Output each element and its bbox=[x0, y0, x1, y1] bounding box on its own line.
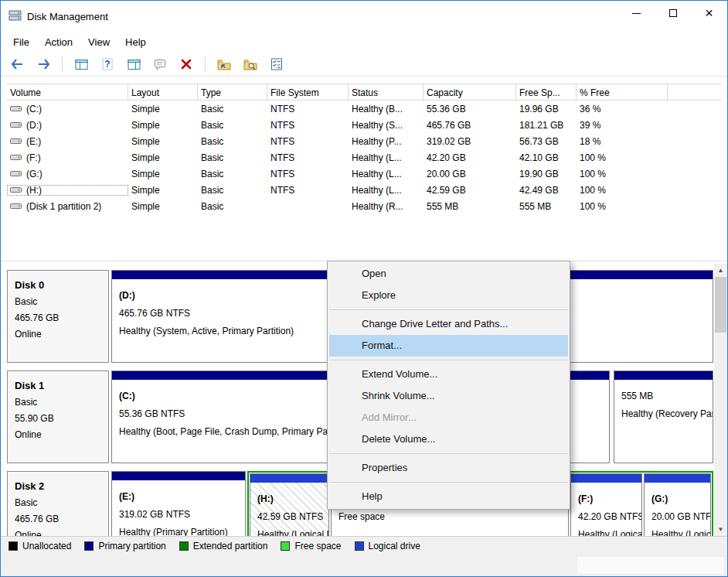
menu-item-help[interactable]: Help bbox=[328, 486, 570, 507]
scroll-down-icon[interactable]: ▼ bbox=[714, 523, 727, 536]
maximize-icon bbox=[669, 9, 677, 17]
menu-item-change-drive-letter[interactable]: Change Drive Letter and Paths... bbox=[328, 313, 570, 335]
vertical-scrollbar[interactable]: ▲ ▼ bbox=[714, 264, 727, 536]
free-space-cell: 181.21 GB bbox=[516, 120, 577, 131]
column-header-capacity[interactable]: Capacity bbox=[424, 84, 516, 100]
column-header-type[interactable]: Type bbox=[198, 84, 267, 100]
capacity-cell: 465.76 GB bbox=[424, 120, 516, 131]
percent-free-cell: 100 % bbox=[577, 185, 668, 196]
column-header-status[interactable]: Status bbox=[349, 84, 424, 100]
back-arrow-icon bbox=[11, 59, 24, 70]
percent-free-cell: 100 % bbox=[577, 169, 668, 179]
red-x-icon bbox=[181, 59, 192, 70]
menu-item-extend-volume[interactable]: Extend Volume... bbox=[328, 364, 570, 385]
disk-name: Disk 1 bbox=[15, 380, 108, 391]
volume-row-d[interactable]: (D:) Simple Basic NTFS Healthy (S... 465… bbox=[7, 117, 668, 133]
legend-label: Extended partition bbox=[193, 541, 268, 551]
disk-management-app-icon bbox=[9, 9, 22, 25]
volume-list-header: Volume Layout Type File System Status Ca… bbox=[7, 84, 722, 101]
column-header-blank bbox=[668, 84, 722, 100]
menu-item-explore[interactable]: Explore bbox=[328, 285, 570, 306]
maximize-button[interactable] bbox=[655, 1, 691, 26]
callout-button[interactable] bbox=[150, 55, 170, 73]
forward-arrow-icon bbox=[37, 59, 50, 70]
column-header-layout[interactable]: Layout bbox=[128, 84, 198, 100]
column-header-percent-free[interactable]: % Free bbox=[577, 84, 668, 100]
folder-up-icon bbox=[217, 59, 231, 70]
column-header-free-space[interactable]: Free Sp... bbox=[516, 84, 577, 100]
status-cell: Healthy (B... bbox=[349, 104, 424, 114]
volume-cell: (E:) bbox=[7, 136, 128, 147]
partition-block-recovery[interactable]: 555 MB Healthy (Recovery Partition) bbox=[614, 370, 713, 463]
menu-item-format[interactable]: Format... bbox=[329, 335, 568, 357]
menu-item-delete-volume[interactable]: Delete Volume... bbox=[328, 428, 570, 450]
task-list-button[interactable] bbox=[267, 55, 287, 73]
file-system-cell: NTFS bbox=[267, 104, 349, 114]
toolbar: ? bbox=[1, 53, 727, 77]
volume-cell: (Disk 1 partition 2) bbox=[7, 201, 128, 212]
forward-button[interactable] bbox=[33, 55, 53, 73]
menu-action[interactable]: Action bbox=[37, 33, 80, 51]
column-header-file-system[interactable]: File System bbox=[267, 84, 349, 100]
explore-button[interactable] bbox=[240, 55, 260, 73]
partition-block-f[interactable]: (F:) 42.20 GB NTFS Healthy (Logical Driv… bbox=[570, 473, 642, 536]
type-cell: Basic bbox=[198, 201, 267, 212]
logical-drive-strip bbox=[571, 474, 641, 483]
delete-volume-button[interactable] bbox=[176, 55, 196, 73]
status-bar bbox=[1, 555, 727, 576]
partition-block-e[interactable]: (E:) 319.02 GB NTFS Healthy (Primary Par… bbox=[111, 471, 246, 536]
drive-icon bbox=[10, 202, 22, 210]
svg-text:?: ? bbox=[104, 59, 110, 70]
free-space-cell: 56.73 GB bbox=[516, 136, 577, 147]
close-icon: × bbox=[705, 9, 713, 17]
extended-partition-swatch bbox=[179, 541, 189, 551]
menu-item-properties[interactable]: Properties bbox=[328, 457, 570, 479]
volume-row-f[interactable]: (F:) Simple Basic NTFS Healthy (L... 42.… bbox=[7, 149, 668, 166]
menu-item-open[interactable]: Open bbox=[328, 263, 570, 285]
help-button[interactable]: ? bbox=[97, 55, 117, 73]
volume-row-c[interactable]: (C:) Simple Basic NTFS Healthy (B... 55.… bbox=[7, 101, 668, 117]
partition-block-h-selected[interactable]: (H:) 42.59 GB NTFS Healthy (Logical Driv… bbox=[250, 473, 329, 536]
capacity-cell: 42.20 GB bbox=[424, 152, 516, 163]
mark-partition-active-button[interactable] bbox=[214, 55, 234, 73]
percent-free-cell: 18 % bbox=[577, 136, 668, 147]
window-controls: × bbox=[618, 1, 727, 26]
folder-search-icon bbox=[243, 59, 257, 70]
capacity-cell: 55.36 GB bbox=[424, 104, 516, 114]
type-cell: Basic bbox=[198, 152, 267, 163]
checklist-icon bbox=[270, 58, 283, 70]
free-space-cell: 19.96 GB bbox=[516, 104, 577, 114]
logical-drive-strip bbox=[250, 474, 328, 483]
toolbar-separator bbox=[62, 56, 63, 72]
menu-file[interactable]: File bbox=[5, 33, 37, 51]
disk-1-label[interactable]: Disk 1 Basic 55.90 GB Online bbox=[7, 370, 109, 463]
volume-cell: (D:) bbox=[7, 120, 128, 131]
capacity-cell: 20.00 GB bbox=[424, 169, 516, 179]
partition-block-g[interactable]: (G:) 20.00 GB NTFS Healthy (Logical Driv… bbox=[644, 473, 711, 536]
close-button[interactable]: × bbox=[691, 1, 727, 26]
show-console-tree-button[interactable] bbox=[71, 55, 91, 73]
show-action-pane-button[interactable] bbox=[124, 55, 144, 73]
percent-free-cell: 36 % bbox=[577, 104, 668, 114]
scrollbar-thumb[interactable] bbox=[715, 277, 726, 333]
menu-help[interactable]: Help bbox=[117, 33, 154, 51]
primary-partition-swatch bbox=[84, 541, 94, 551]
menu-item-shrink-volume[interactable]: Shrink Volume... bbox=[328, 385, 570, 407]
menu-view[interactable]: View bbox=[80, 33, 117, 51]
back-button[interactable] bbox=[7, 55, 27, 73]
volume-row-g[interactable]: (G:) Simple Basic NTFS Healthy (L... 20.… bbox=[7, 166, 668, 182]
status-cell: Healthy (S... bbox=[349, 120, 424, 131]
volume-row-e[interactable]: (E:) Simple Basic NTFS Healthy (P... 319… bbox=[7, 133, 668, 149]
volume-row-disk1-partition2[interactable]: (Disk 1 partition 2) Simple Basic Health… bbox=[7, 198, 668, 214]
file-system-cell: NTFS bbox=[267, 136, 349, 147]
scroll-up-icon[interactable]: ▲ bbox=[714, 264, 727, 277]
type-cell: Basic bbox=[198, 104, 267, 114]
disk-2-label[interactable]: Disk 2 Basic 465.76 GB Online bbox=[7, 471, 109, 536]
column-header-volume[interactable]: Volume bbox=[7, 84, 128, 100]
partition-size: 20.00 GB NTFS bbox=[651, 511, 710, 522]
disk-0-label[interactable]: Disk 0 Basic 465.76 GB Online bbox=[7, 270, 109, 363]
volume-cell: (C:) bbox=[7, 104, 128, 114]
partition-status: Healthy (Logical Drive) bbox=[578, 529, 641, 536]
volume-row-h[interactable]: (H:) Simple Basic NTFS Healthy (L... 42.… bbox=[7, 182, 668, 198]
minimize-button[interactable] bbox=[618, 1, 655, 26]
